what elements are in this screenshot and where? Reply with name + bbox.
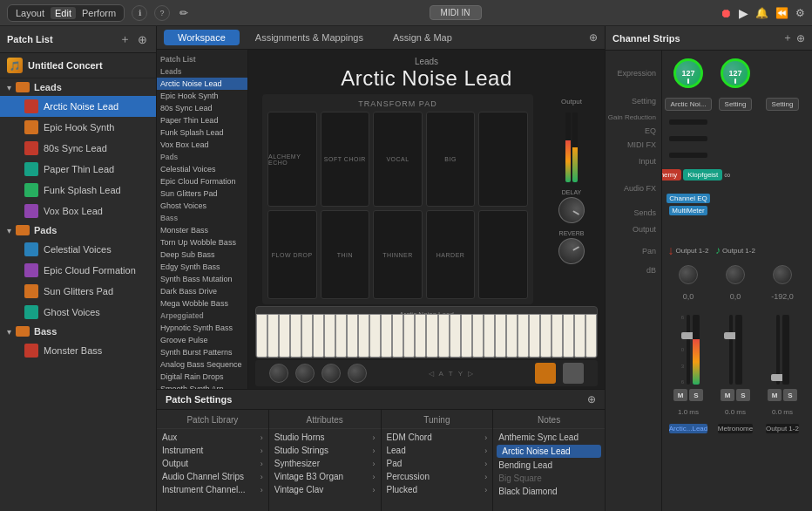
tuning-edm-chord[interactable]: EDM Chord ›	[382, 431, 493, 444]
white-key[interactable]	[313, 314, 324, 358]
sidebar-item-sun-glitters-pad[interactable]: Sun Glitters Pad	[0, 281, 156, 302]
sidebar-item-funk-splash-lead[interactable]: Funk Splash Lead	[0, 180, 156, 201]
mute-btn-1[interactable]: M	[673, 389, 687, 401]
rewind-button[interactable]: ⏪	[775, 7, 788, 19]
patch-lib-instrument[interactable]: Instrument ›	[157, 444, 268, 457]
fader-track-3[interactable]	[776, 315, 780, 385]
cs-add-btn[interactable]: ＋	[782, 31, 793, 45]
perform-menu[interactable]: Perform	[79, 7, 118, 19]
sidebar-item-leads[interactable]: ▾ Leads	[0, 78, 156, 96]
white-key[interactable]	[347, 314, 358, 358]
delay-knob[interactable]	[554, 193, 590, 228]
cs-fader-2[interactable]	[713, 306, 758, 385]
white-key[interactable]	[290, 314, 301, 358]
settings-icon[interactable]	[563, 363, 584, 384]
attr-vintage-clav[interactable]: Vintage Clav ›	[269, 483, 381, 496]
cs-options-btn[interactable]: ⊕	[796, 31, 805, 45]
note-arctic-noise-lead[interactable]: Arctic Noise Lead	[497, 445, 601, 458]
ws-patch-item[interactable]: 80s Sync Lead	[157, 102, 247, 114]
sidebar-item-bass[interactable]: ▾ Bass	[0, 323, 156, 340]
white-key[interactable]	[529, 314, 540, 358]
white-key[interactable]	[403, 314, 415, 358]
tab-assign-map[interactable]: Assign & Map	[379, 30, 466, 45]
help-btn[interactable]: ?	[154, 5, 170, 21]
patch-nav-a[interactable]: A	[438, 370, 443, 378]
strip-name-2[interactable]: Metronome	[718, 424, 753, 433]
patch-nav-t[interactable]: T	[449, 370, 453, 378]
sidebar-item-pads[interactable]: ▾ Pads	[0, 221, 156, 239]
solo-btn-2[interactable]: S	[736, 389, 750, 401]
ws-patch-item[interactable]: Deep Sub Bass	[157, 249, 247, 261]
pan-knob-1[interactable]	[679, 265, 698, 284]
ws-patch-item[interactable]: Digital Rain Drops	[157, 371, 247, 383]
sidebar-item-arctic-noise-lead[interactable]: Arctic Noise Lead	[0, 96, 156, 117]
tab-options-btn[interactable]: ⊕	[589, 31, 598, 44]
patch-lib-audio-channel-strips[interactable]: Audio Channel Strips ›	[157, 470, 268, 483]
ws-patch-item[interactable]: Torn Up Wobble Bass	[157, 236, 247, 249]
ws-patch-item[interactable]: Epic Hook Synth	[157, 90, 247, 102]
patch-nav-y[interactable]: Y	[458, 370, 463, 378]
white-key[interactable]	[301, 314, 313, 358]
layout-menu[interactable]: Layout	[13, 7, 47, 19]
reverb-knob[interactable]	[554, 234, 590, 269]
bottom-knob-1[interactable]	[269, 364, 288, 383]
ws-patch-item[interactable]: Sun Glitters Pad	[157, 187, 247, 200]
attr-synthesizer[interactable]: Synthesizer ›	[269, 457, 381, 470]
ws-patch-item[interactable]: Edgy Synth Bass	[157, 261, 247, 273]
white-key[interactable]	[518, 314, 529, 358]
alchemy-icon[interactable]	[535, 363, 556, 384]
bottom-knob-3[interactable]	[321, 364, 341, 383]
expression-dial-1[interactable]: 127	[673, 58, 703, 88]
attr-studio-strings[interactable]: Studio Strings ›	[269, 444, 381, 457]
white-key[interactable]	[506, 314, 518, 358]
tuning-lead[interactable]: Lead ›	[382, 444, 493, 457]
pan-knob-3[interactable]	[773, 265, 792, 284]
midi-in-button[interactable]: MIDI IN	[430, 5, 482, 20]
ws-patch-item[interactable]: Synth Burst Patterns	[157, 346, 247, 358]
tuning-percussion[interactable]: Percussion ›	[382, 470, 493, 483]
ws-patch-item[interactable]: Synth Bass Mutation	[157, 273, 247, 285]
fader-track-2[interactable]	[729, 315, 733, 385]
solo-btn-3[interactable]: S	[783, 389, 797, 401]
white-key[interactable]	[415, 314, 426, 358]
pad-cell-soft-choir[interactable]: Soft Choir	[321, 112, 370, 207]
white-key[interactable]	[392, 314, 403, 358]
channel-eq-badge[interactable]: Channel EQ	[667, 194, 710, 203]
white-key[interactable]	[461, 314, 472, 358]
ws-patch-item[interactable]: Analog Bass Sequence	[157, 358, 247, 371]
options-btn[interactable]: ⊕	[136, 31, 149, 47]
white-key[interactable]	[267, 314, 279, 358]
pad-cell-harder[interactable]: Harder	[426, 210, 476, 299]
edit-menu[interactable]: Edit	[51, 7, 76, 19]
ws-patch-item[interactable]: Arctic Noise Lead	[157, 78, 247, 90]
sidebar-item-monster-bass[interactable]: Monster Bass	[0, 340, 156, 361]
patch-nav-next[interactable]: ▷	[468, 370, 473, 378]
ws-patch-item[interactable]: Monster Bass	[157, 224, 247, 236]
sidebar-item-vox-box-lead[interactable]: Vox Box Lead	[0, 201, 156, 221]
ws-patch-item[interactable]: Mega Wobble Bass	[157, 297, 247, 310]
patch-nav-prev[interactable]: ◁	[429, 370, 434, 378]
white-key[interactable]	[256, 314, 267, 358]
fader-track-1[interactable]	[687, 315, 690, 385]
ws-patch-item[interactable]: Celestial Voices	[157, 163, 247, 175]
ws-patch-item[interactable]: Groove Pulse	[157, 334, 247, 346]
multimeter-badge[interactable]: MultiMeter	[669, 206, 707, 215]
bottom-knob-4[interactable]	[348, 364, 367, 383]
pad-cell-big[interactable]: Big	[426, 112, 476, 207]
tab-workspace[interactable]: Workspace	[164, 30, 240, 45]
attr-vintage-b3[interactable]: Vintage B3 Organ ›	[269, 470, 381, 483]
plugin-alchemy-btn[interactable]: Alchemy	[662, 169, 681, 181]
cs-fader-3[interactable]	[760, 306, 805, 385]
white-key[interactable]	[324, 314, 335, 358]
ws-patch-item[interactable]: Dark Bass Drive	[157, 285, 247, 297]
ws-patch-item[interactable]: Hypnotic Synth Bass	[157, 322, 247, 334]
white-key[interactable]	[495, 314, 506, 358]
concert-item[interactable]: 🎵 Untitled Concert	[0, 53, 156, 78]
white-key[interactable]	[279, 314, 290, 358]
white-key[interactable]	[438, 314, 450, 358]
sidebar-item-epic-hook-synth[interactable]: Epic Hook Synth	[0, 117, 156, 138]
add-patch-btn[interactable]: ＋	[118, 31, 132, 47]
note-black-diamond[interactable]: Black Diamond	[493, 485, 605, 498]
ws-patch-item[interactable]: Funk Splash Lead	[157, 126, 247, 139]
ws-patch-item[interactable]: Epic Cloud Formation	[157, 175, 247, 187]
